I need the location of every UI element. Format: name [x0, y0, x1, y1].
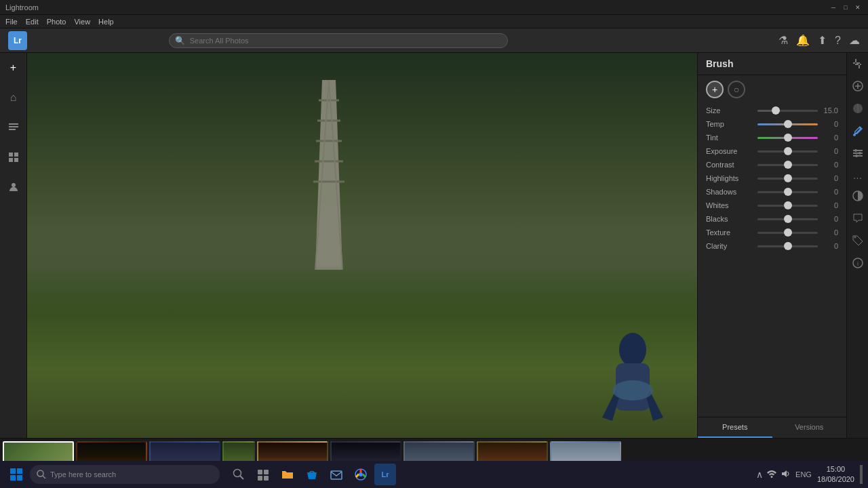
- shadows-value: 0: [822, 188, 838, 196]
- contrast-label: Contrast: [706, 161, 753, 169]
- tab-versions[interactable]: Versions: [772, 418, 847, 438]
- menu-photo[interactable]: Photo: [47, 18, 66, 26]
- texture-track[interactable]: [757, 232, 818, 234]
- svg-point-7: [12, 183, 16, 187]
- sidebar-icon-library[interactable]: [4, 118, 23, 137]
- panel-title: Brush: [706, 58, 733, 69]
- menu-edit[interactable]: Edit: [26, 18, 39, 26]
- tint-label: Tint: [706, 134, 753, 142]
- temp-value: 0: [822, 120, 838, 128]
- show-desktop-icon[interactable]: [860, 465, 863, 484]
- tint-track[interactable]: [757, 137, 818, 139]
- taskbar-search-bar[interactable]: Type here to search: [30, 465, 220, 484]
- close-button[interactable]: ✕: [853, 3, 863, 12]
- clarity-slider-row: Clarity 0: [698, 239, 846, 253]
- svg-rect-56: [258, 470, 262, 474]
- shadows-track[interactable]: [757, 191, 818, 193]
- color-icon[interactable]: [852, 190, 863, 203]
- svg-point-26: [855, 155, 858, 157]
- title-bar: Lightroom ─ □ ✕: [0, 0, 868, 15]
- tint-value: 0: [822, 134, 838, 142]
- taskbar-explorer[interactable]: [277, 464, 298, 485]
- brush-add-button[interactable]: +: [706, 81, 724, 98]
- network-icon[interactable]: [767, 469, 776, 481]
- svg-point-24: [854, 149, 857, 152]
- whites-value: 0: [822, 201, 838, 209]
- gradient-icon[interactable]: [852, 103, 863, 116]
- temp-label: Temp: [706, 120, 753, 128]
- volume-icon[interactable]: [781, 469, 790, 481]
- svg-rect-0: [9, 123, 18, 125]
- more-icon[interactable]: …: [853, 170, 863, 181]
- whites-track[interactable]: [757, 205, 818, 207]
- blacks-slider-row: Blacks 0: [698, 212, 846, 226]
- brush-erase-button[interactable]: ○: [728, 81, 745, 98]
- blacks-track[interactable]: [757, 218, 818, 220]
- svg-rect-3: [9, 152, 13, 157]
- bell-icon[interactable]: 🔔: [796, 34, 810, 47]
- svg-point-18: [612, 380, 653, 401]
- chevron-up-icon[interactable]: ∧: [756, 469, 763, 480]
- maximize-button[interactable]: □: [841, 3, 850, 12]
- temp-track[interactable]: [757, 123, 818, 125]
- svg-rect-6: [14, 158, 18, 162]
- exposure-track[interactable]: [757, 150, 818, 152]
- svg-point-52: [37, 470, 43, 476]
- tab-presets[interactable]: Presets: [698, 418, 772, 438]
- highlights-slider-row: Highlights 0: [698, 171, 846, 185]
- sidebar-icon-people[interactable]: [4, 178, 23, 197]
- clarity-track[interactable]: [757, 245, 818, 247]
- brush-modes: + ○: [698, 75, 846, 104]
- taskbar-mail[interactable]: [326, 464, 347, 485]
- whites-slider-row: Whites 0: [698, 199, 846, 212]
- svg-rect-48: [10, 468, 16, 474]
- svg-rect-57: [264, 470, 269, 474]
- tag-icon[interactable]: [852, 235, 863, 248]
- taskbar-search-app[interactable]: [228, 464, 250, 485]
- svg-line-53: [43, 476, 45, 479]
- sidebar-icon-home[interactable]: ⌂: [4, 88, 23, 107]
- sys-icons: ∧: [756, 469, 790, 481]
- taskbar-store[interactable]: [301, 464, 323, 485]
- taskbar-time-display: 15:00: [817, 464, 854, 474]
- photo-area: [27, 53, 697, 438]
- size-track[interactable]: [757, 110, 818, 112]
- comments-icon[interactable]: [852, 213, 863, 226]
- svg-rect-2: [9, 129, 16, 130]
- taskbar-taskview[interactable]: [252, 464, 274, 485]
- cloud-icon[interactable]: ☁: [849, 34, 860, 47]
- start-button[interactable]: [5, 464, 27, 485]
- size-value: 15.0: [822, 106, 838, 115]
- size-label: Size: [706, 106, 753, 115]
- crop-icon[interactable]: [852, 58, 863, 71]
- svg-rect-51: [17, 475, 22, 481]
- menu-help[interactable]: Help: [98, 18, 114, 26]
- sidebar-icon-add[interactable]: +: [4, 58, 23, 77]
- settings-icon[interactable]: [852, 148, 863, 161]
- taskbar-date-display: 18/08/2020: [817, 474, 854, 485]
- minimize-button[interactable]: ─: [829, 3, 838, 12]
- taskbar-chrome[interactable]: [350, 464, 372, 485]
- windows-taskbar: Type here to search Lr ∧: [0, 461, 868, 488]
- menu-file[interactable]: File: [5, 18, 18, 26]
- highlights-track[interactable]: [757, 178, 818, 180]
- right-panel: Brush + ○ Size 15.0 Temp 0: [697, 53, 846, 438]
- taskbar-lang: ENG: [795, 470, 812, 479]
- filter-icon[interactable]: ⚗: [778, 34, 788, 47]
- brush-active-icon[interactable]: [852, 125, 863, 138]
- search-icon: 🔍: [175, 36, 185, 45]
- whites-label: Whites: [706, 201, 753, 209]
- help-icon[interactable]: ?: [835, 35, 841, 47]
- contrast-track[interactable]: [757, 164, 818, 166]
- menu-view[interactable]: View: [74, 18, 90, 26]
- heal-icon[interactable]: [852, 81, 863, 94]
- lr-logo: Lr: [8, 31, 27, 50]
- info-icon[interactable]: i: [852, 258, 863, 270]
- right-icons-strip: … i: [846, 53, 868, 438]
- sidebar-icon-albums[interactable]: [4, 148, 23, 167]
- svg-rect-50: [10, 475, 16, 481]
- taskbar-lightroom[interactable]: Lr: [374, 464, 396, 485]
- search-input[interactable]: [169, 33, 508, 48]
- texture-value: 0: [822, 228, 838, 237]
- share-icon[interactable]: ⬆: [818, 34, 827, 47]
